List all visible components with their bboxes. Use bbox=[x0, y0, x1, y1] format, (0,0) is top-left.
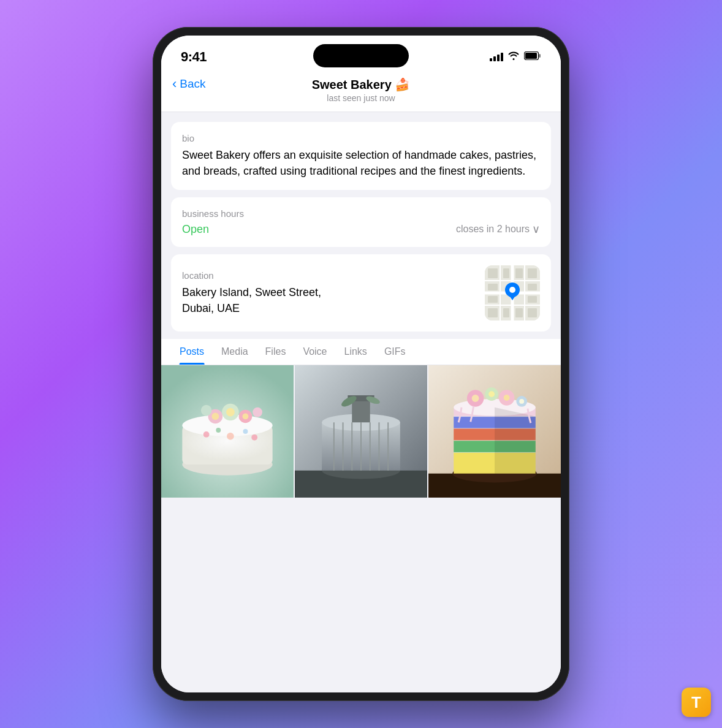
svg-rect-17 bbox=[528, 296, 537, 303]
expand-chevron-icon[interactable]: ∨ bbox=[532, 222, 540, 236]
map-svg bbox=[485, 265, 540, 320]
svg-rect-19 bbox=[503, 308, 509, 317]
tab-files[interactable]: Files bbox=[257, 339, 295, 365]
location-address: Bakery Island, Sweet Street, Dubai, UAE bbox=[182, 284, 321, 316]
svg-rect-15 bbox=[528, 284, 537, 290]
svg-point-37 bbox=[226, 408, 235, 417]
image-grid bbox=[161, 365, 561, 692]
svg-point-40 bbox=[201, 405, 212, 416]
svg-point-39 bbox=[243, 414, 249, 420]
svg-point-33 bbox=[251, 434, 257, 441]
grid-image-2[interactable] bbox=[295, 365, 427, 498]
svg-point-31 bbox=[227, 433, 234, 440]
svg-rect-16 bbox=[488, 296, 498, 303]
info-section: bio Sweet Bakery offers an exquisite sel… bbox=[161, 112, 561, 339]
svg-point-30 bbox=[216, 428, 221, 433]
location-text: location Bakery Island, Sweet Street, Du… bbox=[182, 270, 321, 316]
svg-rect-18 bbox=[488, 308, 498, 317]
dynamic-island bbox=[313, 44, 409, 67]
tab-gifs[interactable]: GIFs bbox=[376, 339, 414, 365]
phone-frame: 9:41 bbox=[153, 27, 569, 701]
hours-card: business hours Open closes in 2 hours ∨ bbox=[171, 197, 551, 247]
phone-screen: 9:41 bbox=[161, 36, 561, 692]
svg-rect-10 bbox=[488, 268, 498, 278]
map-thumbnail[interactable] bbox=[485, 265, 540, 320]
svg-point-73 bbox=[472, 395, 479, 402]
page-title: Sweet Bakery 🍰 bbox=[312, 77, 411, 92]
last-seen-subtitle: last seen just now bbox=[327, 93, 395, 103]
closes-info: closes in 2 hours ∨ bbox=[456, 222, 540, 236]
svg-point-23 bbox=[509, 287, 515, 293]
svg-rect-11 bbox=[503, 268, 509, 278]
grid-image-1[interactable] bbox=[161, 365, 294, 498]
svg-rect-1 bbox=[525, 53, 537, 59]
signal-icon bbox=[490, 53, 503, 61]
hours-label: business hours bbox=[182, 208, 540, 219]
bio-card: bio Sweet Bakery offers an exquisite sel… bbox=[171, 122, 551, 190]
svg-rect-13 bbox=[528, 268, 537, 278]
svg-rect-14 bbox=[488, 284, 498, 290]
open-status: Open bbox=[182, 223, 209, 236]
closes-label: closes in 2 hours bbox=[456, 224, 530, 235]
tabs-bar: Posts Media Files Voice Links GIFs bbox=[161, 339, 561, 365]
svg-point-29 bbox=[203, 431, 210, 438]
tab-voice[interactable]: Voice bbox=[294, 339, 335, 365]
address-line1: Bakery Island, Sweet Street, bbox=[182, 286, 321, 298]
status-icons bbox=[490, 51, 541, 63]
back-label: Back bbox=[180, 77, 205, 91]
status-time: 9:41 bbox=[181, 49, 207, 65]
svg-point-77 bbox=[504, 395, 510, 401]
svg-rect-12 bbox=[515, 268, 523, 278]
wifi-icon bbox=[508, 51, 519, 63]
content-area: bio Sweet Bakery offers an exquisite sel… bbox=[161, 112, 561, 692]
hours-row: Open closes in 2 hours ∨ bbox=[182, 222, 540, 236]
svg-point-32 bbox=[243, 429, 248, 434]
svg-point-41 bbox=[253, 408, 262, 417]
bio-label: bio bbox=[182, 133, 540, 143]
back-button[interactable]: ‹ Back bbox=[172, 76, 206, 92]
grid-image-3[interactable] bbox=[428, 365, 561, 498]
location-label: location bbox=[182, 270, 321, 281]
nav-header: ‹ Back Sweet Bakery 🍰 last seen just now bbox=[161, 70, 561, 112]
back-chevron-icon: ‹ bbox=[172, 76, 177, 92]
corner-logo: T bbox=[682, 688, 711, 717]
battery-icon bbox=[524, 51, 541, 63]
svg-rect-54 bbox=[352, 398, 370, 422]
svg-rect-20 bbox=[515, 308, 523, 317]
tab-posts[interactable]: Posts bbox=[171, 339, 213, 365]
location-card: location Bakery Island, Sweet Street, Du… bbox=[171, 254, 551, 332]
bio-text: Sweet Bakery offers an exquisite selecti… bbox=[182, 147, 540, 179]
svg-rect-21 bbox=[528, 308, 537, 317]
svg-rect-2 bbox=[539, 54, 541, 58]
tab-media[interactable]: Media bbox=[213, 339, 257, 365]
svg-point-75 bbox=[488, 391, 495, 397]
address-line2: Dubai, UAE bbox=[182, 302, 240, 314]
svg-point-79 bbox=[519, 399, 524, 404]
svg-point-35 bbox=[211, 413, 219, 420]
tab-links[interactable]: Links bbox=[336, 339, 376, 365]
